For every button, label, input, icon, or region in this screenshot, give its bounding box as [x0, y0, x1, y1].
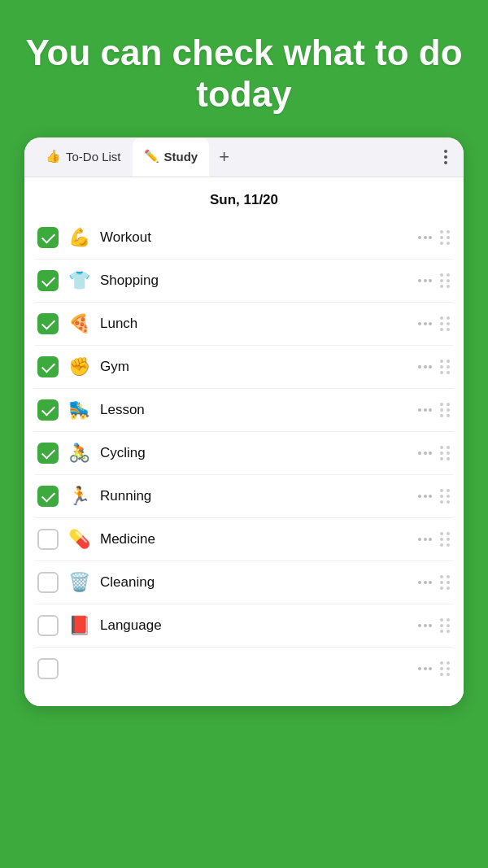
task-drag-handle[interactable]	[440, 532, 451, 547]
task-actions	[418, 403, 451, 417]
card-body: Sun, 11/20 💪Workout👕Shopping🍕Lunch✊Gym🛼L…	[24, 177, 464, 706]
task-menu-dots[interactable]	[418, 667, 432, 670]
more-dot-2	[444, 155, 447, 159]
task-menu-dots[interactable]	[418, 581, 432, 584]
task-drag-handle[interactable]	[440, 489, 451, 504]
task-drag-handle[interactable]	[440, 360, 451, 374]
task-drag-handle[interactable]	[440, 446, 451, 460]
task-label: Gym	[100, 359, 408, 375]
task-label: Cleaning	[100, 574, 408, 591]
task-menu-dots[interactable]	[418, 538, 432, 541]
task-emoji: 🍕	[68, 313, 90, 334]
task-menu-dots[interactable]	[418, 322, 432, 325]
task-emoji: 📕	[68, 615, 90, 636]
task-actions	[418, 360, 451, 374]
task-actions	[418, 661, 451, 676]
task-emoji: 💪	[68, 227, 90, 248]
task-emoji: 🏃	[68, 486, 90, 507]
task-label: Lesson	[100, 402, 408, 418]
task-menu-dots[interactable]	[418, 451, 432, 455]
task-drag-handle[interactable]	[440, 575, 451, 590]
tab-todo-label: To-Do List	[66, 150, 121, 164]
task-label: Lunch	[100, 316, 408, 332]
task-checkbox[interactable]	[37, 443, 59, 464]
task-drag-handle[interactable]	[440, 230, 451, 245]
task-menu-dots[interactable]	[418, 279, 432, 282]
more-dot-1	[444, 150, 447, 153]
task-actions	[418, 446, 451, 460]
task-drag-handle[interactable]	[440, 661, 451, 676]
task-checkbox[interactable]	[37, 572, 59, 593]
task-checkbox[interactable]	[37, 486, 59, 507]
task-drag-handle[interactable]	[440, 403, 451, 417]
task-item: ✊Gym	[34, 346, 454, 389]
task-checkbox[interactable]	[37, 529, 59, 550]
task-emoji: 🗑️	[68, 572, 90, 593]
task-actions	[418, 575, 451, 590]
task-item: 🚴Cycling	[34, 432, 454, 475]
task-item: 🛼Lesson	[34, 389, 454, 432]
task-menu-dots[interactable]	[418, 236, 432, 239]
task-item: 👕Shopping	[34, 260, 454, 303]
task-emoji: ✊	[68, 356, 90, 377]
task-checkbox[interactable]	[37, 227, 59, 248]
tab-study-label: Study	[164, 150, 198, 164]
task-emoji: 🛼	[68, 399, 90, 421]
task-drag-handle[interactable]	[440, 618, 451, 633]
task-label: Cycling	[100, 445, 408, 461]
task-menu-dots[interactable]	[418, 408, 432, 412]
task-checkbox[interactable]	[37, 399, 59, 421]
task-checkbox[interactable]	[37, 658, 59, 679]
task-item: 💊Medicine	[34, 518, 454, 561]
more-options-button[interactable]	[438, 142, 454, 172]
task-label: Language	[100, 617, 408, 634]
task-menu-dots[interactable]	[418, 495, 432, 498]
task-actions	[418, 618, 451, 633]
more-dot-3	[444, 161, 447, 164]
task-checkbox[interactable]	[37, 615, 59, 636]
task-label: Shopping	[100, 273, 408, 289]
task-checkbox[interactable]	[37, 313, 59, 334]
task-item	[34, 648, 454, 690]
task-emoji: 👕	[68, 270, 90, 291]
add-tab-button[interactable]: +	[209, 138, 239, 176]
task-menu-dots[interactable]	[418, 624, 432, 627]
task-item: 💪Workout	[34, 216, 454, 260]
task-label: Running	[100, 488, 408, 504]
task-label: Workout	[100, 229, 408, 246]
task-emoji: 🚴	[68, 443, 90, 464]
task-item: 📕Language	[34, 604, 454, 648]
task-checkbox[interactable]	[37, 356, 59, 377]
task-actions	[418, 532, 451, 547]
task-item: 🍕Lunch	[34, 303, 454, 346]
task-drag-handle[interactable]	[440, 316, 451, 331]
tab-todo-emoji: 👍	[46, 149, 61, 164]
tab-bar: 👍 To-Do List ✏️ Study +	[24, 137, 464, 177]
task-list: 💪Workout👕Shopping🍕Lunch✊Gym🛼Lesson🚴Cycli…	[24, 216, 464, 690]
task-actions	[418, 273, 451, 288]
task-emoji: 💊	[68, 529, 90, 550]
date-header: Sun, 11/20	[24, 177, 464, 216]
hero-title: You can check what to do today	[16, 33, 472, 115]
tab-study-emoji: ✏️	[144, 149, 159, 164]
task-item: 🗑️Cleaning	[34, 561, 454, 604]
task-actions	[418, 489, 451, 504]
task-item: 🏃Running	[34, 475, 454, 518]
app-card: 👍 To-Do List ✏️ Study + Sun, 11/20 💪Work…	[24, 137, 464, 706]
task-checkbox[interactable]	[37, 270, 59, 291]
task-drag-handle[interactable]	[440, 273, 451, 288]
task-menu-dots[interactable]	[418, 365, 432, 369]
task-actions	[418, 230, 451, 245]
tab-study[interactable]: ✏️ Study	[133, 137, 210, 177]
task-actions	[418, 316, 451, 331]
task-label: Medicine	[100, 531, 408, 547]
tab-todo[interactable]: 👍 To-Do List	[34, 137, 133, 177]
